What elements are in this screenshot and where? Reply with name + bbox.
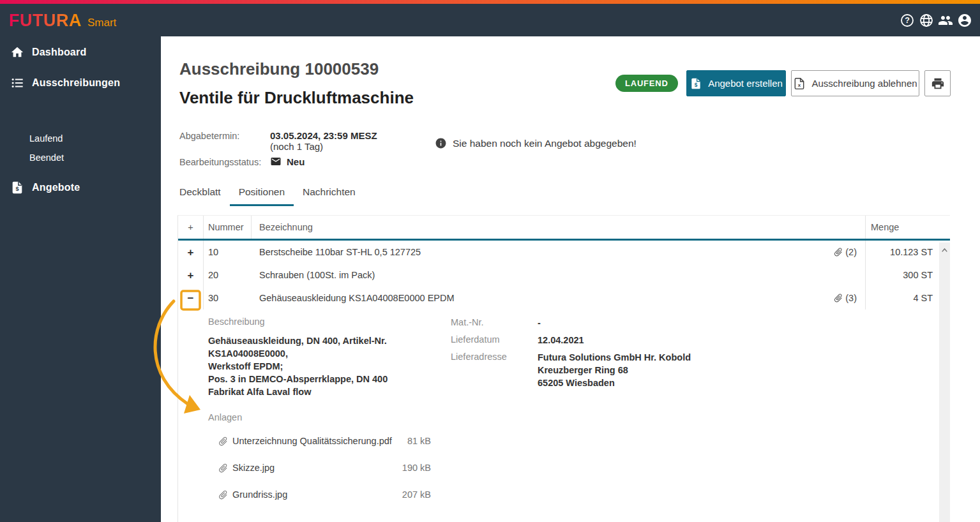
cell-bezeichnung: Gehäuseauskleidung KS1A04008E0000 EPDM [259,293,455,303]
decline-tender-label: Ausschreibung ablehnen [811,78,917,89]
deadline-label: Abgabetermin: [179,130,270,152]
mat-nr-value: - [538,317,541,329]
paperclip-icon [831,291,846,306]
main-content: Ausschreibung 10000539 Ventile für Druck… [161,36,980,522]
table-row[interactable]: + 10 Berstscheibe 110bar ST-HL 0,5 12772… [178,241,950,264]
svg-text:$: $ [15,186,19,192]
sidebar-item-dashboard[interactable]: Dashboard [0,43,161,62]
attachment-size: 190 kB [402,463,431,473]
paperclip-icon [215,433,230,449]
language-globe-icon[interactable] [919,13,934,28]
deadline-value: 03.05.2024, 23:59 MESZ [270,130,377,141]
attachment-item[interactable]: Skizze.jpg 190 kB [208,454,431,481]
attachments-indicator: (3) [833,293,865,303]
cell-bezeichnung: Berstscheibe 110bar ST-HL 0,5 127725 [259,247,421,257]
sidebar-item-label: Dashboard [32,47,86,58]
delivery-address-label: Lieferadresse [451,351,538,389]
position-detail-panel: Beschreibung Gehäuseauskleidung, DN 400,… [178,309,950,508]
app-logo: FUTURA Smart [9,11,116,31]
cell-menge: 4 ST [865,287,939,309]
account-icon[interactable] [957,13,972,28]
paperclip-icon [215,460,230,475]
table-row[interactable]: − 30 Gehäuseauskleidung KS1A04008E0000 E… [178,287,950,309]
cell-nummer: 20 [204,264,252,287]
attachments-count: (2) [845,247,857,257]
attachments-count: (3) [845,293,857,303]
delivery-date-row: Lieferdatum 12.04.2021 [451,334,950,347]
deadline-row: Abgabetermin: 03.05.2024, 23:59 MESZ (no… [179,130,377,152]
home-icon [10,45,24,59]
positions-table: + Nummer Bezeichnung Menge + 10 Berstsch… [177,215,950,522]
processing-status-label: Bearbeitungsstatus: [179,156,270,167]
table-row[interactable]: + 20 Schrauben (100St. im Pack) 300 ST [178,264,950,287]
collapse-row-button[interactable]: − [188,293,194,304]
offer-document-icon: $ [690,77,702,90]
tab-bar: Deckblatt Positionen Nachrichten [179,180,356,206]
logo-suffix: Smart [87,17,116,29]
attachment-name: Unterzeichnung Qualitätssicherung.pdf [232,436,392,446]
users-icon[interactable] [938,13,953,28]
page-title-number: Ausschreibung 10000539 [179,59,379,79]
status-badge: LAUFEND [615,75,678,92]
info-note-text: Sie haben noch kein Angebot abgegeben! [453,138,637,149]
sidebar-item-ausschreibungen[interactable]: Ausschreibungen [0,73,161,93]
page-title-name: Ventile für Druckluftmaschine [179,88,414,108]
create-offer-label: Angebot erstellen [708,78,783,89]
decline-document-icon: x [793,77,806,90]
processing-status-row: Bearbeitungsstatus: Neu [179,156,377,167]
paperclip-icon [831,245,846,260]
delivery-date-label: Lieferdatum [451,334,538,347]
help-icon[interactable]: ? [900,13,915,28]
decline-tender-button[interactable]: x Ausschreibung ablehnen [791,70,919,96]
paperclip-icon [215,487,230,502]
sidebar-item-angebote[interactable]: $ Angebote [0,178,161,197]
mat-nr-row: Mat.-Nr. - [451,317,950,329]
logo-text: FUTURA [9,11,82,31]
deadline-note: (noch 1 Tag) [270,141,377,152]
list-icon [10,76,24,90]
description-label: Beschreibung [208,317,451,327]
attachment-name: Skizze.jpg [232,463,275,473]
attachment-name: Grundriss.jpg [232,489,287,500]
description-text: Gehäuseauskleidung, DN 400, Artikel-Nr. … [208,334,451,398]
delivery-date-value: 12.04.2021 [538,334,584,347]
cell-nummer: 10 [204,241,252,264]
column-nummer: Nummer [204,216,252,239]
attachment-item[interactable]: Unterzeichnung Qualitätssicherung.pdf 81… [208,428,431,454]
info-icon [435,137,447,149]
delivery-address-value: Futura Solutions GmbH Hr. Kobold Kreuzbe… [538,351,691,389]
svg-text:x: x [798,82,801,88]
app: { "brand": { "name": "FUTURA", "suffix":… [0,0,980,522]
sidebar-item-beendet[interactable]: Beendet [29,153,64,163]
cell-nummer: 30 [204,287,252,309]
tab-positionen[interactable]: Positionen [230,180,294,206]
tab-nachrichten[interactable]: Nachrichten [303,180,356,206]
cell-bezeichnung: Schrauben (100St. im Pack) [259,270,375,280]
attachments-indicator: (2) [833,247,865,257]
scroll-up-button[interactable] [939,245,950,255]
mat-nr-label: Mat.-Nr. [451,317,538,329]
attachment-item[interactable]: Grundriss.jpg 207 kB [208,481,431,508]
topbar: FUTURA Smart ? [0,4,980,36]
table-scrollbar[interactable] [939,242,950,522]
attachment-size: 207 kB [402,489,431,500]
expand-row-button[interactable]: + [188,270,194,281]
tab-deckblatt[interactable]: Deckblatt [179,180,221,206]
offer-document-icon: $ [10,181,24,195]
sidebar-item-laufend[interactable]: Laufend [29,133,63,144]
sidebar-item-label: Angebote [32,182,80,193]
print-button[interactable] [924,70,951,96]
column-expand: + [178,216,204,239]
expand-row-button[interactable]: + [188,247,194,258]
sidebar: Dashboard Ausschreibungen Laufend Beende… [0,36,161,522]
sidebar-item-label: Ausschreibungen [32,77,120,89]
meta-section: Abgabetermin: 03.05.2024, 23:59 MESZ (no… [179,130,377,167]
delivery-address-row: Lieferadresse Futura Solutions GmbH Hr. … [451,351,950,389]
create-offer-button[interactable]: $ Angebot erstellen [686,70,786,96]
chevron-up-icon [940,246,949,255]
topbar-actions: ? [900,13,972,28]
svg-text:?: ? [905,16,910,25]
processing-status-value: Neu [287,156,305,167]
table-header: + Nummer Bezeichnung Menge [178,216,950,241]
info-note: Sie haben noch kein Angebot abgegeben! [435,137,637,149]
